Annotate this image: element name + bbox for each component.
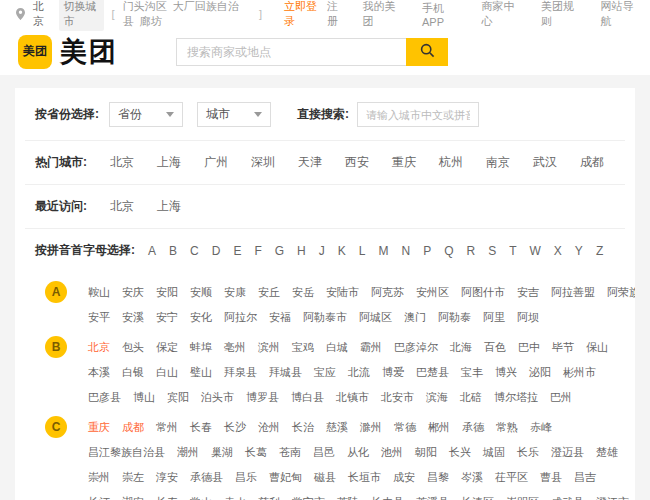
- current-city[interactable]: 北京: [33, 0, 51, 29]
- login-link[interactable]: 立即登录: [284, 0, 319, 29]
- city-link[interactable]: 长沙: [224, 420, 246, 435]
- city-link[interactable]: 长清区: [461, 495, 494, 500]
- city-link[interactable]: 慈溪: [326, 420, 348, 435]
- city-link[interactable]: 常州: [156, 420, 178, 435]
- city-link[interactable]: 岑溪: [461, 470, 483, 485]
- city-link[interactable]: 北碚: [460, 390, 482, 405]
- city-link[interactable]: 博白县: [291, 390, 324, 405]
- city-link[interactable]: 北镇市: [336, 390, 369, 405]
- city-link[interactable]: 本溪: [88, 365, 110, 380]
- province-dropdown[interactable]: 省份: [109, 102, 183, 127]
- hot-city-link[interactable]: 西安: [345, 154, 369, 171]
- city-link[interactable]: 长垣市: [348, 470, 381, 485]
- city-link[interactable]: 磁县: [314, 470, 336, 485]
- city-link[interactable]: 安平: [88, 310, 110, 325]
- letter-link-R[interactable]: R: [466, 244, 475, 258]
- city-link[interactable]: 澄江市: [596, 495, 629, 500]
- letter-link-F[interactable]: F: [254, 244, 261, 258]
- city-link[interactable]: 成武县: [551, 495, 584, 500]
- city-link[interactable]: 白银: [122, 365, 144, 380]
- city-link[interactable]: 彬州市: [563, 365, 596, 380]
- city-link[interactable]: 泊头市: [201, 390, 234, 405]
- city-link[interactable]: 亳州: [224, 340, 246, 355]
- city-link[interactable]: 茌平区: [495, 470, 528, 485]
- letter-link-G[interactable]: G: [275, 244, 284, 258]
- city-link[interactable]: 沧州: [258, 420, 280, 435]
- city-link[interactable]: 从化: [347, 445, 369, 460]
- hot-city-link[interactable]: 成都: [580, 154, 604, 171]
- city-link[interactable]: 常山: [190, 495, 212, 500]
- city-link[interactable]: 博兴: [495, 365, 517, 380]
- city-link[interactable]: 滨州: [258, 340, 280, 355]
- letter-link-J[interactable]: J: [319, 244, 325, 258]
- city-link[interactable]: 长乐: [517, 445, 539, 460]
- city-link[interactable]: 澄迈县: [551, 445, 584, 460]
- city-link[interactable]: 长葛: [245, 445, 267, 460]
- city-link[interactable]: 楚雄: [596, 445, 618, 460]
- city-link[interactable]: 崇明区: [506, 495, 539, 500]
- city-link[interactable]: 巴彦淖尔: [394, 340, 438, 355]
- city-link[interactable]: 安州区: [416, 285, 449, 300]
- city-link[interactable]: 巢湖: [211, 445, 233, 460]
- city-link[interactable]: 宝鸡: [292, 340, 314, 355]
- nearby-district-link[interactable]: 廊坊: [140, 15, 162, 27]
- letter-link-M[interactable]: M: [378, 244, 388, 258]
- city-link[interactable]: 阿拉善盟: [551, 285, 595, 300]
- register-link[interactable]: 注册: [327, 0, 345, 29]
- hot-city-link[interactable]: 天津: [298, 154, 322, 171]
- city-link[interactable]: 安福: [269, 310, 291, 325]
- topbar-link[interactable]: 网站导航: [601, 0, 635, 29]
- city-link[interactable]: 安吉: [517, 285, 539, 300]
- city-link[interactable]: 安阳: [156, 285, 178, 300]
- city-link[interactable]: 重庆: [88, 420, 110, 435]
- letter-link-A[interactable]: A: [148, 244, 156, 258]
- city-link[interactable]: 博山: [133, 390, 155, 405]
- hot-city-link[interactable]: 广州: [204, 154, 228, 171]
- city-link[interactable]: 宾阳: [167, 390, 189, 405]
- city-link[interactable]: 安陆市: [326, 285, 359, 300]
- city-link[interactable]: 保定: [156, 340, 178, 355]
- hot-city-link[interactable]: 北京: [110, 154, 134, 171]
- search-input[interactable]: [176, 38, 406, 66]
- city-link[interactable]: 安溪: [122, 310, 144, 325]
- city-link[interactable]: 承德县: [190, 470, 223, 485]
- city-link[interactable]: 璧山: [190, 365, 212, 380]
- city-link[interactable]: 白城: [326, 340, 348, 355]
- hot-city-link[interactable]: 重庆: [392, 154, 416, 171]
- hot-city-link[interactable]: 南京: [486, 154, 510, 171]
- topbar-link[interactable]: 我的美团: [363, 0, 397, 29]
- city-link[interactable]: 北安市: [381, 390, 414, 405]
- letter-link-P[interactable]: P: [423, 244, 431, 258]
- letter-link-X[interactable]: X: [554, 244, 562, 258]
- city-link[interactable]: 昌邑: [313, 445, 335, 460]
- city-link[interactable]: 池州: [381, 445, 403, 460]
- city-link[interactable]: 霸州: [360, 340, 382, 355]
- hot-city-link[interactable]: 深圳: [251, 154, 275, 171]
- city-link[interactable]: 苍溪县: [416, 495, 449, 500]
- city-link[interactable]: 白山: [156, 365, 178, 380]
- recent-city-link[interactable]: 北京: [110, 198, 134, 215]
- city-link[interactable]: 拜城县: [269, 365, 302, 380]
- letter-link-E[interactable]: E: [233, 244, 241, 258]
- city-link[interactable]: 崇左: [122, 470, 144, 485]
- city-link[interactable]: 赤水: [224, 495, 246, 500]
- city-link[interactable]: 常熟: [496, 420, 518, 435]
- letter-link-H[interactable]: H: [297, 244, 306, 258]
- city-link[interactable]: 阿勒泰: [438, 310, 471, 325]
- city-link[interactable]: 巴楚县: [416, 365, 449, 380]
- city-link[interactable]: 成都: [122, 420, 144, 435]
- hot-city-link[interactable]: 武汉: [533, 154, 557, 171]
- city-link[interactable]: 安岳: [292, 285, 314, 300]
- letter-link-L[interactable]: L: [359, 244, 366, 258]
- topbar-link[interactable]: 美团规则: [541, 0, 575, 29]
- city-link[interactable]: 阿拉尔: [224, 310, 257, 325]
- city-link[interactable]: 朝阳: [415, 445, 437, 460]
- city-link[interactable]: 慈利: [258, 495, 280, 500]
- city-link[interactable]: 潮州: [177, 445, 199, 460]
- city-link[interactable]: 巴彦县: [88, 390, 121, 405]
- city-link[interactable]: 曹妃甸: [269, 470, 302, 485]
- nearby-district-link[interactable]: 门头沟区: [123, 0, 167, 12]
- city-link[interactable]: 安化: [190, 310, 212, 325]
- city-link[interactable]: 毕节: [552, 340, 574, 355]
- letter-link-K[interactable]: K: [338, 244, 346, 258]
